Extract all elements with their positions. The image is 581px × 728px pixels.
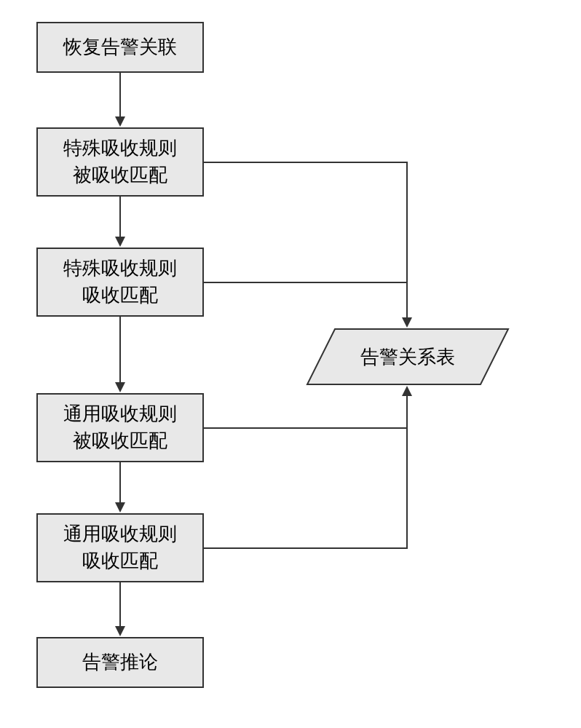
box-alarm-relation-table: 告警关系表 [306, 328, 510, 386]
box-label: 通用吸收规则 吸收匹配 [63, 521, 177, 574]
box-special-rule-absorbed-match: 特殊吸收规则 被吸收匹配 [36, 127, 204, 197]
arrow-line [119, 582, 121, 626]
box-general-rule-absorbed-match: 通用吸收规则 被吸收匹配 [36, 393, 204, 462]
arrow-head-icon [115, 116, 125, 127]
arrow-head-icon [402, 317, 412, 328]
arrow-line [119, 197, 121, 237]
arrow-head-icon [115, 626, 125, 636]
arrow-head-icon [115, 237, 125, 247]
box-special-rule-absorb-match: 特殊吸收规则 吸收匹配 [36, 248, 204, 317]
connector-line [406, 396, 408, 549]
arrow-line [119, 73, 121, 116]
box-label: 恢复告警关联 [63, 34, 177, 60]
box-general-rule-absorb-match: 通用吸收规则 吸收匹配 [36, 513, 204, 582]
connector-line [204, 162, 408, 163]
connector-line [204, 547, 408, 549]
arrow-head-icon [115, 382, 125, 392]
arrow-head-icon [115, 502, 125, 513]
connector-line [204, 282, 408, 283]
box-label: 通用吸收规则 被吸收匹配 [63, 401, 177, 454]
box-label: 告警关系表 [360, 344, 455, 370]
connector-line [406, 162, 408, 317]
arrow-line [119, 462, 121, 502]
arrow-line [119, 317, 121, 382]
box-label: 特殊吸收规则 被吸收匹配 [63, 135, 177, 189]
connector-line [204, 427, 408, 429]
box-restore-alarm-association: 恢复告警关联 [36, 22, 204, 73]
box-label: 告警推论 [82, 649, 158, 676]
box-label: 特殊吸收规则 吸收匹配 [63, 256, 177, 309]
box-alarm-inference: 告警推论 [36, 637, 204, 688]
arrow-head-icon [402, 386, 412, 396]
